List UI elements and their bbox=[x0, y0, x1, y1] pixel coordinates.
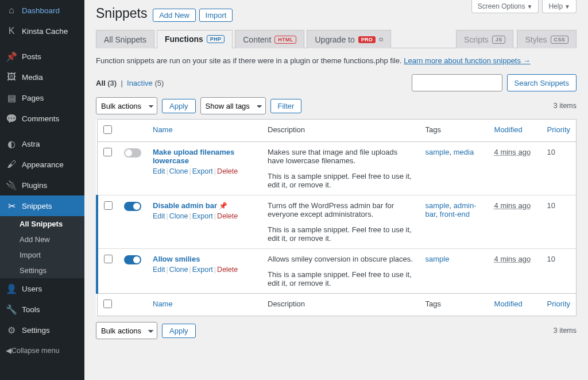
priority-cell: 10 bbox=[541, 195, 577, 249]
sidebar-item-posts[interactable]: 📌Posts bbox=[0, 46, 84, 67]
row-checkbox[interactable] bbox=[103, 148, 112, 156]
row-actions: Edit|Clone|Export|Delete bbox=[153, 212, 256, 220]
row-actions: Edit|Clone|Export|Delete bbox=[153, 167, 256, 175]
edit-link[interactable]: Edit bbox=[153, 212, 165, 220]
tab-functions[interactable]: FunctionsPHP bbox=[157, 30, 233, 48]
list-views: All (3) | Inactive (5) bbox=[96, 79, 164, 87]
sidebar-item-appearance[interactable]: 🖌Appearance bbox=[0, 154, 84, 175]
view-all[interactable]: All (3) bbox=[96, 79, 117, 87]
collapse-menu[interactable]: ◀Collapse menu bbox=[0, 340, 84, 360]
priority-cell: 10 bbox=[541, 249, 577, 294]
sidebar-item-label: Posts bbox=[22, 52, 41, 61]
tag-link[interactable]: media bbox=[454, 148, 474, 156]
snippet-description: Makes sure that image and file uploads h… bbox=[268, 148, 414, 165]
items-count-bottom: 3 items bbox=[554, 327, 577, 335]
submenu-add-new[interactable]: Add New bbox=[0, 232, 84, 247]
delete-link[interactable]: Delete bbox=[217, 167, 238, 175]
plug-icon: 🔌 bbox=[6, 179, 17, 191]
tab-styles[interactable]: StylesCSS bbox=[517, 30, 577, 48]
tab-scripts[interactable]: ScriptsJS bbox=[456, 30, 513, 48]
search-snippets-input[interactable] bbox=[412, 74, 502, 91]
filter-button[interactable]: Filter bbox=[270, 99, 302, 113]
select-all-top[interactable] bbox=[103, 125, 112, 134]
col-modified-foot[interactable]: Modified bbox=[494, 300, 523, 308]
astra-icon: ◐ bbox=[6, 138, 17, 149]
sidebar-item-tools[interactable]: 🔧Tools bbox=[0, 299, 84, 320]
clone-link[interactable]: Clone bbox=[169, 167, 188, 175]
submenu-import[interactable]: Import bbox=[0, 247, 84, 263]
delete-link[interactable]: Delete bbox=[217, 212, 238, 220]
sidebar-item-label: Users bbox=[22, 285, 42, 293]
tab-all-snippets[interactable]: All Snippets bbox=[96, 30, 154, 48]
snippet-type-tabs: All Snippets FunctionsPHP ContentHTML Up… bbox=[96, 30, 577, 48]
tab-content[interactable]: ContentHTML bbox=[235, 30, 304, 48]
tag-link[interactable]: sample bbox=[425, 148, 450, 156]
tab-description: Function snippets are run on your site a… bbox=[96, 56, 577, 65]
snippet-title-link[interactable]: Disable admin bar bbox=[153, 201, 217, 210]
collapse-icon: ◀ bbox=[6, 346, 11, 355]
sidebar-item-settings[interactable]: ⚙Settings bbox=[0, 320, 84, 340]
tag-link[interactable]: sample bbox=[425, 201, 450, 210]
sidebar-item-plugins[interactable]: 🔌Plugins bbox=[0, 175, 84, 195]
export-link[interactable]: Export bbox=[192, 212, 213, 220]
pro-badge: PRO bbox=[358, 36, 376, 43]
bulk-actions-select-bottom[interactable]: Bulk actions bbox=[96, 322, 157, 339]
sidebar-item-dashboard[interactable]: ⌂Dashboard bbox=[0, 0, 84, 21]
help-tab[interactable]: Help▼ bbox=[542, 0, 577, 13]
sidebar-item-label: Dashboard bbox=[22, 6, 60, 15]
sidebar-item-comments[interactable]: 💬Comments bbox=[0, 108, 84, 129]
modified-cell: 4 mins ago bbox=[489, 195, 541, 249]
clone-link[interactable]: Clone bbox=[169, 266, 188, 274]
submenu-all-snippets[interactable]: All Snippets bbox=[0, 216, 84, 232]
search-snippets-button[interactable]: Search Snippets bbox=[507, 74, 577, 91]
snippet-title-link[interactable]: Make upload filenames lowercase bbox=[153, 148, 234, 165]
screen-options-tab[interactable]: Screen Options▼ bbox=[471, 0, 539, 13]
select-all-bottom[interactable] bbox=[103, 300, 112, 308]
brush-icon: 🖌 bbox=[6, 159, 17, 170]
submenu-settings[interactable]: Settings bbox=[0, 263, 84, 278]
tab-upgrade[interactable]: Upgrade toPRO⧉ bbox=[307, 30, 391, 48]
activate-toggle[interactable] bbox=[124, 255, 141, 264]
admin-sidebar: ⌂Dashboard KKinsta Cache 📌Posts 🖼Media ▤… bbox=[0, 0, 84, 380]
sidebar-item-users[interactable]: 👤Users bbox=[0, 278, 84, 299]
sidebar-item-label: Plugins bbox=[22, 181, 47, 190]
apply-bulk-top[interactable]: Apply bbox=[162, 99, 196, 113]
delete-link[interactable]: Delete bbox=[217, 266, 238, 274]
col-priority-foot[interactable]: Priority bbox=[547, 300, 570, 308]
export-link[interactable]: Export bbox=[192, 167, 213, 175]
sidebar-item-snippets[interactable]: ✂Snippets bbox=[0, 195, 84, 216]
clone-link[interactable]: Clone bbox=[169, 212, 188, 220]
view-inactive[interactable]: Inactive (5) bbox=[127, 79, 164, 87]
edit-link[interactable]: Edit bbox=[153, 167, 165, 175]
tag-filter-select[interactable]: Show all tags bbox=[200, 97, 266, 114]
sidebar-item-media[interactable]: 🖼Media bbox=[0, 67, 84, 87]
col-modified[interactable]: Modified bbox=[494, 125, 523, 134]
sidebar-item-label: Appearance bbox=[22, 160, 64, 169]
apply-bulk-bottom[interactable]: Apply bbox=[162, 324, 196, 338]
activate-toggle[interactable] bbox=[124, 148, 141, 158]
edit-link[interactable]: Edit bbox=[153, 266, 165, 274]
col-name[interactable]: Name bbox=[153, 125, 173, 134]
activate-toggle[interactable] bbox=[124, 202, 141, 211]
bulk-actions-select-top[interactable]: Bulk actions bbox=[96, 97, 157, 114]
learn-more-link[interactable]: Learn more about function snippets → bbox=[404, 56, 530, 65]
row-checkbox[interactable] bbox=[104, 255, 113, 263]
col-name-foot[interactable]: Name bbox=[153, 300, 173, 308]
export-link[interactable]: Export bbox=[192, 266, 213, 274]
table-row: Make upload filenames lowercaseEdit|Clon… bbox=[97, 142, 577, 195]
row-checkbox[interactable] bbox=[104, 201, 113, 210]
col-description-foot: Description bbox=[262, 294, 420, 316]
sidebar-item-pages[interactable]: ▤Pages bbox=[0, 87, 84, 108]
media-icon: 🖼 bbox=[6, 71, 17, 83]
snippet-note: This is a sample snippet. Feel free to u… bbox=[268, 270, 414, 287]
col-priority[interactable]: Priority bbox=[547, 125, 570, 134]
snippet-title-link[interactable]: Allow smilies bbox=[153, 255, 200, 263]
tag-link[interactable]: front-end bbox=[440, 210, 470, 218]
sidebar-item-astra[interactable]: ◐Astra bbox=[0, 133, 84, 154]
user-icon: 👤 bbox=[6, 283, 17, 294]
import-button[interactable]: Import bbox=[199, 9, 233, 22]
tag-link[interactable]: sample bbox=[425, 255, 450, 263]
add-new-button[interactable]: Add New bbox=[153, 9, 196, 22]
sidebar-item-label: Media bbox=[22, 73, 43, 82]
sidebar-item-kinsta[interactable]: KKinsta Cache bbox=[0, 21, 84, 41]
